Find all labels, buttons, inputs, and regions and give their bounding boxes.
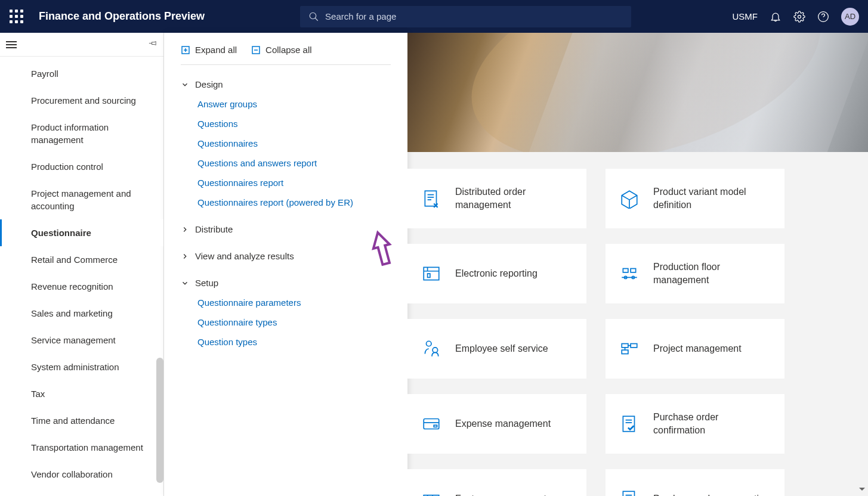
workspace-tile[interactable]: Purchase order confirmation bbox=[606, 394, 784, 454]
bell-icon bbox=[770, 11, 781, 23]
workspace-tile[interactable]: Product variant model definition bbox=[606, 169, 784, 228]
top-right-controls: USMF AD bbox=[733, 8, 869, 26]
company-picker[interactable]: USMF bbox=[733, 11, 758, 21]
svg-point-0 bbox=[310, 13, 316, 19]
tile-label: Production floor management bbox=[653, 261, 771, 286]
sidebar-item[interactable]: Retail and Commerce bbox=[0, 246, 163, 273]
section-title: Setup bbox=[195, 278, 218, 288]
sidebar-item[interactable]: Procurement and sourcing bbox=[0, 87, 163, 114]
pin-button[interactable] bbox=[148, 39, 157, 51]
nav-toggle-button[interactable] bbox=[6, 39, 17, 50]
notifications-button[interactable] bbox=[770, 11, 781, 23]
svg-rect-14 bbox=[631, 269, 636, 272]
tile-label: Expense management bbox=[455, 417, 551, 430]
sidebar-item[interactable]: System administration bbox=[0, 354, 163, 380]
sidebar-item[interactable]: Vendor collaboration bbox=[0, 461, 163, 488]
sidebar: PayrollProcurement and sourcingProduct i… bbox=[0, 33, 164, 496]
section-header[interactable]: Setup bbox=[181, 273, 391, 293]
svg-point-18 bbox=[433, 348, 438, 353]
avatar[interactable]: AD bbox=[841, 8, 859, 26]
sidebar-item[interactable]: Revenue recognition bbox=[0, 273, 163, 300]
sidebar-item[interactable]: Service management bbox=[0, 327, 163, 354]
sidebar-item[interactable]: Project management and accounting bbox=[0, 180, 163, 219]
sidebar-top bbox=[0, 33, 163, 57]
sidebar-item[interactable]: Questionnaire bbox=[0, 219, 163, 246]
svg-line-1 bbox=[315, 18, 318, 21]
workspace-tile[interactable]: Electronic reporting bbox=[407, 244, 586, 303]
workspace-tile[interactable]: Purchase order preparation bbox=[606, 469, 784, 496]
flyout-section: SetupQuestionnaire parametersQuestionnai… bbox=[164, 269, 407, 355]
tile-row: Electronic reportingProduction floor man… bbox=[407, 244, 856, 303]
sidebar-item[interactable]: Warehouse management bbox=[0, 488, 163, 496]
section-link[interactable]: Answer groups bbox=[197, 94, 391, 114]
nav-list[interactable]: PayrollProcurement and sourcingProduct i… bbox=[0, 57, 163, 496]
section-header[interactable]: Distribute bbox=[181, 219, 391, 239]
section-link[interactable]: Questionnaires report (powered by ER) bbox=[197, 193, 391, 212]
svg-point-2 bbox=[798, 15, 801, 18]
section-links: Questionnaire parametersQuestionnaire ty… bbox=[181, 293, 391, 352]
search-icon bbox=[308, 11, 319, 22]
section-header[interactable]: View and analyze results bbox=[181, 246, 391, 266]
tile-label: Feature management bbox=[455, 492, 546, 496]
settings-button[interactable] bbox=[793, 11, 805, 23]
flyout-actions: Expand all Collapse all bbox=[181, 45, 391, 65]
svg-point-17 bbox=[427, 341, 432, 346]
tile-label: Purchase order preparation bbox=[653, 492, 770, 496]
tile-icon bbox=[421, 338, 442, 359]
collapse-all-button[interactable]: Collapse all bbox=[251, 45, 312, 55]
tile-icon bbox=[619, 338, 640, 359]
section-title: Design bbox=[195, 79, 223, 89]
sidebar-item[interactable]: Product information management bbox=[0, 114, 163, 153]
search-placeholder: Search for a page bbox=[325, 11, 396, 21]
svg-rect-20 bbox=[631, 344, 637, 348]
waffle-icon bbox=[10, 10, 23, 23]
module-flyout: Expand all Collapse all DesignAnswer gro… bbox=[164, 33, 407, 496]
workspace-tile[interactable]: Production floor management bbox=[606, 244, 784, 303]
body: PayrollProcurement and sourcingProduct i… bbox=[0, 33, 868, 496]
section-link[interactable]: Questionnaires bbox=[197, 134, 391, 153]
sidebar-item[interactable]: Transportation management bbox=[0, 434, 163, 461]
tile-row: Expense managementPurchase order confirm… bbox=[407, 394, 856, 454]
sidebar-item[interactable]: Production control bbox=[0, 153, 163, 180]
tile-label: Product variant model definition bbox=[653, 185, 771, 211]
section-link[interactable]: Questionnaire types bbox=[197, 312, 391, 332]
collapse-all-label: Collapse all bbox=[265, 45, 312, 55]
section-header[interactable]: Design bbox=[181, 75, 391, 94]
section-link[interactable]: Questions bbox=[197, 114, 391, 134]
sidebar-item[interactable]: Payroll bbox=[0, 60, 163, 87]
workspace-tile[interactable]: Distributed order management bbox=[407, 169, 586, 228]
chevron-right-icon bbox=[181, 252, 189, 261]
help-button[interactable] bbox=[817, 11, 829, 23]
section-link[interactable]: Questions and answers report bbox=[197, 153, 391, 173]
tile-icon bbox=[619, 488, 640, 496]
sidebar-item[interactable]: Time and attendance bbox=[0, 407, 163, 434]
workspace-tile[interactable]: Project management bbox=[606, 319, 784, 379]
svg-rect-23 bbox=[434, 425, 437, 427]
section-link[interactable]: Questionnaire parameters bbox=[197, 293, 391, 312]
app-title: Finance and Operations Preview bbox=[39, 10, 205, 23]
flyout-section: DesignAnswer groupsQuestionsQuestionnair… bbox=[164, 71, 407, 216]
scrollbar-thumb[interactable] bbox=[156, 358, 163, 483]
workspace-tile[interactable]: Expense management bbox=[407, 394, 586, 454]
app-launcher-button[interactable] bbox=[0, 10, 33, 23]
sidebar-item[interactable]: Tax bbox=[0, 380, 163, 407]
search-input[interactable]: Search for a page bbox=[300, 6, 631, 27]
scroll-down-button[interactable] bbox=[858, 485, 866, 493]
gear-icon bbox=[793, 11, 805, 23]
flyout-section: Distribute bbox=[164, 216, 407, 243]
workspace-tile[interactable]: Employee self service bbox=[407, 319, 586, 379]
tile-icon bbox=[421, 188, 442, 209]
chevron-down-icon bbox=[181, 80, 189, 89]
sidebar-item[interactable]: Sales and marketing bbox=[0, 300, 163, 327]
hero-banner bbox=[407, 33, 868, 152]
tile-row: Feature managementPurchase order prepara… bbox=[407, 469, 856, 496]
tile-label: Project management bbox=[653, 342, 742, 355]
search-container: Search for a page bbox=[300, 6, 631, 27]
workspace-tile[interactable]: Feature management bbox=[407, 469, 586, 496]
expand-all-button[interactable]: Expand all bbox=[181, 45, 237, 55]
svg-rect-13 bbox=[623, 269, 628, 272]
section-link[interactable]: Questionnaires report bbox=[197, 173, 391, 193]
help-icon bbox=[817, 11, 829, 23]
tile-icon bbox=[421, 413, 442, 435]
section-link[interactable]: Question types bbox=[197, 332, 391, 352]
